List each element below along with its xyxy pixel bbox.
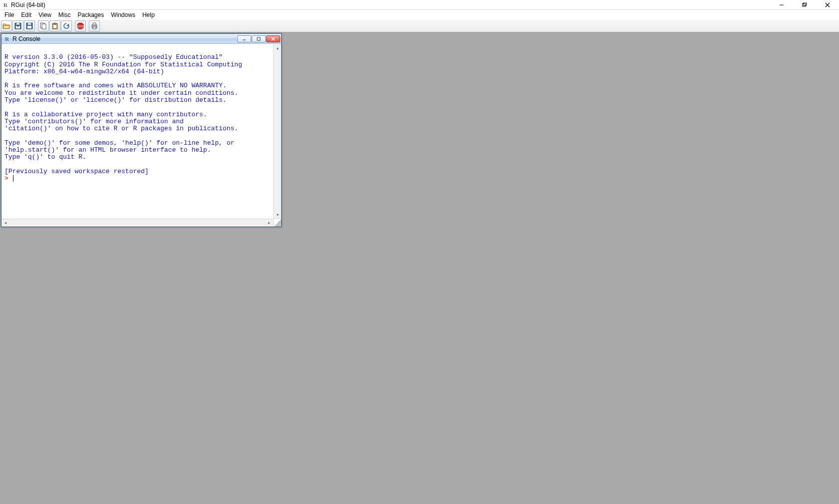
svg-rect-20 <box>93 27 96 29</box>
console-cursor <box>13 175 13 182</box>
close-button[interactable] <box>816 0 839 10</box>
svg-rect-15 <box>53 25 56 28</box>
open-script-button[interactable] <box>1 20 12 31</box>
load-workspace-button[interactable] <box>12 20 23 31</box>
open-folder-icon <box>2 22 10 30</box>
main-window-controls <box>770 0 839 9</box>
minimize-button[interactable] <box>770 0 793 10</box>
scroll-up-icon[interactable]: ▴ <box>274 44 281 52</box>
svg-rect-14 <box>54 23 56 24</box>
toolbar: STOP <box>0 19 839 32</box>
scroll-right-icon[interactable]: ▸ <box>265 220 273 227</box>
main-window-title: RGui (64-bit) <box>11 1 45 8</box>
console-r-icon: R <box>3 35 10 42</box>
console-window-controls <box>237 35 281 42</box>
menu-help[interactable]: Help <box>139 10 158 19</box>
menu-view[interactable]: View <box>35 10 55 19</box>
copy-icon <box>39 22 47 30</box>
mdi-client-area: R R Console R version 3.3.0 (2016-05-03)… <box>0 32 839 504</box>
menu-file[interactable]: File <box>1 10 17 19</box>
scroll-left-icon[interactable]: ◂ <box>1 220 9 227</box>
menu-edit[interactable]: Edit <box>17 10 35 19</box>
maximize-restore-button[interactable] <box>793 0 816 10</box>
console-horizontal-scrollbar[interactable]: ◂ ▸ <box>1 219 273 227</box>
svg-rect-19 <box>93 23 96 25</box>
console-window-title: R Console <box>12 35 40 42</box>
console-titlebar[interactable]: R R Console <box>1 34 281 44</box>
stop-icon: STOP <box>76 22 84 30</box>
floppy-in-icon <box>14 22 22 30</box>
print-button[interactable] <box>89 20 100 31</box>
menu-misc[interactable]: Misc <box>55 10 74 19</box>
svg-line-3 <box>826 3 830 7</box>
svg-rect-1 <box>803 3 806 6</box>
floppy-icon <box>25 22 33 30</box>
copy-paste-button[interactable] <box>61 20 72 31</box>
scroll-down-icon[interactable]: ▾ <box>274 211 281 219</box>
svg-rect-9 <box>28 23 31 25</box>
console-resize-grip[interactable] <box>273 219 281 227</box>
paste-button[interactable] <box>49 20 60 31</box>
console-window: R R Console R version 3.3.0 (2016-05-03)… <box>1 33 282 227</box>
printer-icon <box>90 22 98 30</box>
menu-packages[interactable]: Packages <box>74 10 108 19</box>
console-minimize-button[interactable] <box>237 35 251 42</box>
console-output-text: R version 3.3.0 (2016-05-03) -- "Suppose… <box>4 53 242 175</box>
svg-rect-2 <box>804 2 807 5</box>
save-workspace-button[interactable] <box>24 20 35 31</box>
svg-line-4 <box>826 3 830 7</box>
refresh-icon <box>62 22 70 30</box>
main-window-titlebar: R RGui (64-bit) <box>0 0 839 10</box>
menu-bar: File Edit View Misc Packages Windows Hel… <box>0 10 839 19</box>
console-prompt: > <box>4 175 12 182</box>
svg-rect-10 <box>27 26 31 28</box>
console-close-button[interactable] <box>266 35 280 42</box>
menu-windows[interactable]: Windows <box>107 10 139 19</box>
copy-button[interactable] <box>38 20 49 31</box>
stop-button[interactable]: STOP <box>75 20 86 31</box>
svg-text:STOP: STOP <box>77 25 84 28</box>
app-r-icon: R <box>2 1 9 8</box>
console-body: R version 3.3.0 (2016-05-03) -- "Suppose… <box>1 44 281 227</box>
console-maximize-button[interactable] <box>252 35 266 42</box>
svg-rect-22 <box>257 37 260 40</box>
paste-icon <box>51 22 59 30</box>
console-vertical-scrollbar[interactable]: ▴ ▾ <box>273 44 281 219</box>
console-text-area[interactable]: R version 3.3.0 (2016-05-03) -- "Suppose… <box>1 44 273 219</box>
svg-rect-12 <box>42 24 46 29</box>
